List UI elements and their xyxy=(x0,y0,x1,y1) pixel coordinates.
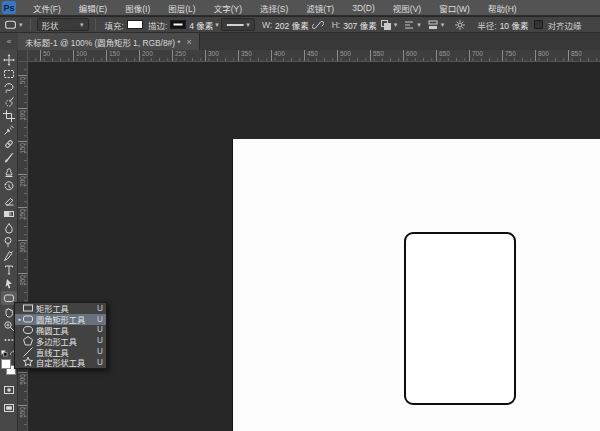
ruler-tick: 450 xyxy=(304,50,305,62)
menu-edit[interactable]: 编辑(E) xyxy=(70,0,116,16)
lasso-tool[interactable] xyxy=(1,81,17,95)
radius-value[interactable]: 10 像素 xyxy=(500,19,529,31)
width-label: W: xyxy=(262,20,272,30)
brush-tool[interactable] xyxy=(1,151,17,165)
dodge-tool[interactable] xyxy=(1,235,17,249)
tool-mode-select[interactable]: 形状 ▾ xyxy=(37,18,89,31)
stroke-style-select[interactable]: ▾ xyxy=(221,18,255,31)
quick-selection-tool[interactable] xyxy=(1,95,17,109)
screen-mode-button[interactable] xyxy=(1,401,17,415)
flyout-item-custom-shape-tool[interactable]: 自定形状工具U xyxy=(15,357,106,368)
width-value[interactable]: 202 像素 xyxy=(275,19,309,31)
ruler-tick-label: 100 xyxy=(19,110,26,121)
ruler-tick: 200 xyxy=(139,50,140,62)
ruler-tick-label: 200 xyxy=(19,176,26,187)
eraser-tool[interactable] xyxy=(1,193,17,207)
stroke-label: 描边: xyxy=(148,19,167,31)
height-value[interactable]: 307 像素 xyxy=(343,19,377,31)
flyout-item-shortcut: U xyxy=(97,304,103,313)
menu-view[interactable]: 视图(V) xyxy=(384,0,430,16)
chevron-down-icon: ▾ xyxy=(417,21,421,29)
eyedropper-tool[interactable] xyxy=(1,123,17,137)
shape-settings-button[interactable] xyxy=(453,19,467,31)
eyedropper-tool-icon xyxy=(3,124,15,136)
align-edges-checkbox[interactable] xyxy=(534,20,543,29)
flyout-item-rounded-rect-tool[interactable]: ▪圆角矩形工具U xyxy=(15,314,106,325)
flyout-item-line-tool[interactable]: 直线工具U xyxy=(15,346,106,357)
ruler-tick: 650 xyxy=(436,50,437,62)
collapse-panels-button[interactable]: « xyxy=(0,33,18,50)
document-tab[interactable]: 未标题-1 @ 100% (圆角矩形 1, RGB/8#) * × xyxy=(18,33,200,50)
ruler-tick-label: 600 xyxy=(406,50,417,57)
marquee-tool-icon xyxy=(3,68,15,80)
ruler-tick-label: 800 xyxy=(538,50,549,57)
menu-help[interactable]: 帮助(H) xyxy=(479,0,526,16)
crop-tool[interactable] xyxy=(1,109,17,123)
chevron-down-icon: ▾ xyxy=(394,21,398,29)
default-colors-icon[interactable] xyxy=(1,350,8,357)
gradient-tool[interactable] xyxy=(1,207,17,221)
ruler-tick-label: 100 xyxy=(76,50,87,57)
pen-tool[interactable] xyxy=(1,249,17,263)
chevron-down-icon[interactable]: ▾ xyxy=(215,21,219,29)
quick-mask-mode-button[interactable] xyxy=(1,383,17,397)
menu-file[interactable]: 文件(F) xyxy=(24,0,70,16)
shape-tools-flyout-menu: 矩形工具U▪圆角矩形工具U椭圆工具U多边形工具U直线工具U自定形状工具U xyxy=(14,302,107,369)
height-label: H: xyxy=(332,20,341,30)
marquee-tool[interactable] xyxy=(1,67,17,81)
ruler-tick-label: 300 xyxy=(19,242,26,253)
move-tool[interactable] xyxy=(1,53,17,67)
flyout-item-rectangle-tool[interactable]: 矩形工具U xyxy=(15,303,106,314)
pen-tool-icon xyxy=(3,250,15,262)
menu-layer[interactable]: 图层(L) xyxy=(159,0,204,16)
ruler-tick: 50 xyxy=(40,50,41,62)
ruler-origin-box[interactable] xyxy=(18,50,28,62)
blur-tool[interactable] xyxy=(1,221,17,235)
ruler-tick: 300 xyxy=(18,240,28,241)
ruler-tick-label: 350 xyxy=(241,50,252,57)
tool-preset-picker[interactable]: ▾ xyxy=(0,18,26,31)
path-operations-button[interactable]: ▾ xyxy=(379,19,399,31)
fill-swatch[interactable] xyxy=(127,20,143,29)
crop-tool-icon xyxy=(3,110,15,122)
ruler-tick: 200 xyxy=(18,174,28,175)
healing-brush-tool[interactable] xyxy=(1,137,17,151)
foreground-color-swatch[interactable] xyxy=(1,359,11,369)
ruler-tick-label: 300 xyxy=(208,50,219,57)
vertical-ruler[interactable]: 50100150200250300350400450500550 xyxy=(18,62,28,431)
flyout-item-polygon-tool[interactable]: 多边形工具U xyxy=(15,335,106,346)
shape-tool-icon xyxy=(3,292,15,304)
path-alignment-button[interactable]: ▾ xyxy=(402,19,422,31)
ruler-tick-label: 850 xyxy=(571,50,582,57)
path-selection-tool[interactable] xyxy=(1,277,17,291)
horizontal-ruler[interactable]: 5010015020025030035040045050055060065070… xyxy=(28,50,600,62)
ruler-tick: 350 xyxy=(18,273,28,274)
canvas-workspace[interactable] xyxy=(28,62,600,431)
ruler-tick-label: 650 xyxy=(439,50,450,57)
menu-3d[interactable]: 3D(D) xyxy=(343,0,384,16)
menu-image[interactable]: 图像(I) xyxy=(116,0,159,16)
ruler-tick-label: 200 xyxy=(142,50,153,57)
clone-stamp-tool-icon xyxy=(3,166,15,178)
stroke-width-value[interactable]: 4 像素 xyxy=(189,19,213,31)
clone-stamp-tool[interactable] xyxy=(1,165,17,179)
arrange-icon xyxy=(427,19,439,31)
zoom-tool-icon xyxy=(3,320,15,332)
close-icon[interactable]: × xyxy=(187,37,192,47)
rounded-rectangle-shape[interactable] xyxy=(404,232,516,405)
path-arrangement-button[interactable]: ▾ xyxy=(426,19,446,31)
link-dimensions-button[interactable] xyxy=(311,19,325,31)
menu-filter[interactable]: 滤镜(T) xyxy=(297,0,343,16)
chevron-down-icon: ▾ xyxy=(441,21,445,29)
menu-type[interactable]: 文字(Y) xyxy=(205,0,251,16)
stroke-swatch[interactable] xyxy=(170,20,186,29)
flyout-item-ellipse-tool[interactable]: 椭圆工具U xyxy=(15,325,106,336)
menu-window[interactable]: 窗口(W) xyxy=(430,0,479,16)
history-brush-tool[interactable] xyxy=(1,179,17,193)
ruler-tick-label: 50 xyxy=(19,77,26,84)
type-tool[interactable] xyxy=(1,263,17,277)
ruler-tick: 250 xyxy=(172,50,173,62)
ruler-tick-label: 150 xyxy=(19,143,26,154)
flyout-item-shortcut: U xyxy=(97,336,103,345)
menu-select[interactable]: 选择(S) xyxy=(251,0,297,16)
